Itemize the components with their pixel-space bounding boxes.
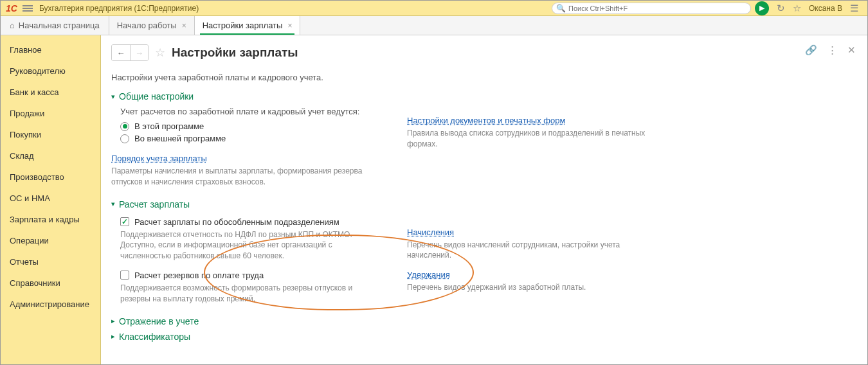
nav-back-button[interactable]: ← — [112, 45, 130, 60]
section-classifiers-title: Классификаторы — [119, 332, 190, 342]
sidebar-item-production[interactable]: Производство — [1, 166, 100, 188]
history-icon[interactable]: ↻ — [777, 3, 785, 14]
close-icon[interactable]: × — [182, 21, 186, 30]
deductions-desc: Перечень видов удержаний из заработной п… — [407, 282, 651, 293]
user-name[interactable]: Оксана В — [809, 4, 842, 13]
home-icon: ⌂ — [10, 21, 15, 30]
radio-label: Во внешней программе — [134, 134, 226, 143]
chevron-down-icon: ▾ — [111, 200, 115, 208]
link-accruals[interactable]: Начисления — [407, 227, 454, 237]
logo-1c: 1C — [6, 3, 17, 13]
favorite-icon[interactable]: ☆ — [155, 46, 165, 60]
tab-label: Начало работы — [117, 21, 177, 30]
tab-label: Настройки зарплаты — [203, 21, 283, 30]
sidebar: Главное Руководителю Банк и касса Продаж… — [1, 35, 101, 364]
page-title: Настройки зарплаты — [172, 46, 298, 60]
sidebar-item-sales[interactable]: Продажи — [1, 103, 100, 124]
chevron-down-icon: ▾ — [111, 93, 115, 101]
section-classifiers-header[interactable]: ▸ Классификаторы — [111, 332, 854, 342]
docs-desc: Правила вывода списка сотрудников и подр… — [407, 128, 651, 150]
sidebar-item-manager[interactable]: Руководителю — [1, 60, 100, 82]
checkbox-label: Расчет зарплаты по обособленным подразде… — [134, 217, 339, 227]
link-order[interactable]: Порядок учета зарплаты — [111, 154, 207, 163]
page-subtitle: Настройки учета заработной платы и кадро… — [111, 73, 854, 82]
section-general-title: Общие настройки — [119, 91, 194, 102]
nav-forward-button[interactable]: → — [130, 45, 148, 60]
favorite-star-icon[interactable]: ☆ — [793, 3, 801, 14]
link-icon[interactable]: 🔗 — [805, 44, 817, 56]
close-page-icon[interactable]: ✕ — [847, 44, 856, 56]
close-icon[interactable]: × — [287, 21, 292, 30]
tab-home[interactable]: ⌂ Начальная страница — [1, 16, 109, 35]
sidebar-item-salary[interactable]: Зарплата и кадры — [1, 209, 100, 230]
search-icon: 🔍 — [556, 4, 566, 13]
search-input[interactable] — [568, 4, 746, 12]
cb2-desc: Поддерживается возможность формировать р… — [120, 283, 381, 305]
sidebar-item-references[interactable]: Справочники — [1, 272, 100, 294]
tabsbar: ⌂ Начальная страница Начало работы × Нас… — [1, 16, 867, 35]
radio-label: В этой программе — [134, 121, 204, 131]
section-salary-title: Расчет зарплаты — [119, 199, 190, 209]
cb1-desc: Поддерживается отчетность по НДФЛ по раз… — [120, 229, 381, 262]
sidebar-item-reports[interactable]: Отчеты — [1, 251, 100, 272]
radio-icon — [120, 134, 129, 143]
checkbox-icon: ✓ — [120, 217, 129, 226]
sidebar-item-admin[interactable]: Администрирование — [1, 294, 100, 315]
titlebar: 1C Бухгалтерия предприятия (1С:Предприят… — [1, 1, 867, 16]
sidebar-item-bank[interactable]: Банк и касса — [1, 82, 100, 103]
checkbox-label: Расчет резервов по оплате труда — [134, 271, 264, 280]
section-general-header[interactable]: ▾ Общие настройки — [111, 91, 854, 102]
chevron-right-icon: ▸ — [111, 317, 115, 325]
link-docs[interactable]: Настройки документов и печатных форм — [407, 116, 565, 125]
link-deductions[interactable]: Удержания — [407, 270, 450, 280]
section-reflection-header[interactable]: ▸ Отражение в учете — [111, 316, 854, 326]
tab-salary-settings[interactable]: Настройки зарплаты × — [195, 16, 301, 35]
checkbox-icon — [120, 271, 129, 280]
sidebar-item-purchases[interactable]: Покупки — [1, 124, 100, 145]
app-title: Бухгалтерия предприятия (1С:Предприятие) — [39, 4, 199, 13]
sidebar-item-operations[interactable]: Операции — [1, 230, 100, 251]
checkbox-separate-divisions[interactable]: ✓ Расчет зарплаты по обособленным подраз… — [120, 217, 381, 227]
radio-this-program[interactable]: В этой программе — [120, 121, 381, 131]
sidebar-item-main[interactable]: Главное — [1, 39, 100, 60]
more-icon[interactable]: ⋮ — [827, 44, 837, 56]
radio-icon — [120, 122, 129, 131]
chevron-right-icon: ▸ — [111, 332, 115, 341]
nav-buttons: ← → — [111, 44, 149, 61]
tab-home-label: Начальная страница — [19, 21, 100, 30]
accruals-desc: Перечень видов начислений сотрудникам, н… — [407, 240, 651, 262]
sidebar-item-assets[interactable]: ОС и НМА — [1, 188, 100, 209]
radio-external-program[interactable]: Во внешней программе — [120, 134, 381, 143]
search-box[interactable]: 🔍 — [552, 3, 751, 14]
sidebar-item-stock[interactable]: Склад — [1, 145, 100, 166]
section-reflection-title: Отражение в учете — [119, 316, 199, 326]
where-label: Учет расчетов по заработной плате и кадр… — [120, 107, 381, 116]
tab-getting-started[interactable]: Начало работы × — [109, 16, 195, 35]
settings-icon[interactable]: ☰ — [850, 3, 858, 14]
checkbox-reserves[interactable]: Расчет резервов по оплате труда — [120, 271, 381, 280]
content-area: ← → ☆ Настройки зарплаты 🔗 ⋮ ✕ Настройки… — [101, 35, 867, 364]
order-desc: Параметры начисления и выплаты зарплаты,… — [111, 166, 381, 188]
burger-icon[interactable] — [23, 4, 33, 13]
section-salary-header[interactable]: ▾ Расчет зарплаты — [111, 199, 854, 209]
play-button[interactable]: ▶ — [755, 1, 769, 15]
